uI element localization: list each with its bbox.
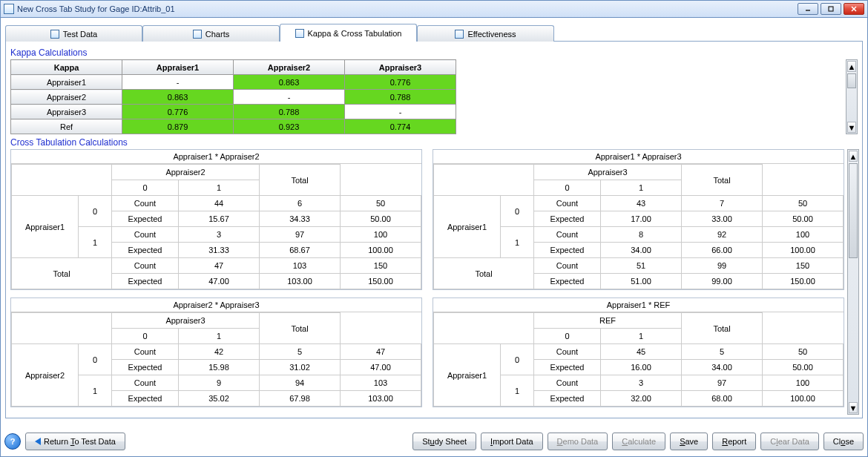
- return-button[interactable]: Return To Test Data: [25, 433, 125, 450]
- btn-label: Demo Data: [557, 437, 599, 446]
- btn-label: Clear Data: [770, 437, 809, 446]
- kappa-col-header: Kappa: [11, 60, 122, 75]
- svg-rect-1: [829, 7, 833, 11]
- report-button[interactable]: Report: [712, 433, 756, 450]
- xtab-total-header: Total: [260, 313, 341, 344]
- xtab-row-cat: 0: [501, 344, 534, 375]
- xtab-cell: 45: [601, 344, 682, 360]
- xtab-cell: 103: [341, 375, 421, 391]
- kappa-scrollbar[interactable]: ▲ ▼: [846, 59, 858, 134]
- kappa-cell: 0.863: [234, 75, 345, 90]
- xtab-cell: 100.00: [341, 243, 421, 258]
- xtab-col-appraiser: REF: [534, 313, 682, 329]
- xtab-cell: 47: [179, 258, 260, 274]
- xtab-expected-label: Expected: [112, 360, 179, 375]
- titlebar: New Cross Tab Study for Gage ID:Attrib_0…: [0, 0, 868, 18]
- crosstab-box: Appraiser1 * Appraiser2 Appraiser2 Total…: [10, 149, 422, 290]
- xtab-expected-label: Expected: [112, 391, 179, 407]
- xtab-cell: 44: [179, 196, 260, 211]
- xtab-cell: 97: [260, 227, 341, 243]
- crosstab-table: Appraiser2 Total 0 1 Appraiser10 Count 4…: [11, 164, 421, 289]
- xtab-col-appraiser: Appraiser3: [534, 165, 682, 180]
- maximize-button[interactable]: [821, 3, 841, 15]
- xtab-col-cat: 0: [534, 329, 601, 344]
- xtab-cell: 35.02: [179, 391, 260, 407]
- tab-label: Kappa & Cross Tabulation: [308, 29, 402, 38]
- xtab-cell: 3: [601, 375, 682, 391]
- xtab-row-cat: 1: [79, 227, 112, 258]
- clear-data-button[interactable]: Clear Data: [760, 433, 819, 450]
- tab-test-data[interactable]: Test Data: [5, 25, 142, 42]
- xtab-cell: 50.00: [341, 211, 421, 227]
- kappa-cell: -: [122, 75, 234, 90]
- demo-data-button[interactable]: Demo Data: [548, 433, 608, 450]
- crosstab-scrollbar[interactable]: ▲ ▼: [847, 149, 859, 415]
- xtab-cell: 42: [179, 344, 260, 360]
- xtab-cell: 51.00: [601, 274, 682, 289]
- xtab-cell: 67.98: [260, 391, 341, 407]
- scroll-up-icon[interactable]: ▲: [849, 151, 858, 162]
- app-icon: [4, 4, 14, 14]
- xtab-cell: 31.02: [260, 360, 341, 375]
- kappa-cell: 0.923: [234, 119, 345, 134]
- xtab-total-header: Total: [682, 313, 763, 344]
- tab-label: Charts: [206, 30, 229, 39]
- xtab-row-cat: 0: [501, 196, 534, 227]
- xtab-total-header: Total: [682, 165, 763, 196]
- window-title: New Cross Tab Study for Gage ID:Attrib_0…: [17, 4, 798, 13]
- help-button[interactable]: ?: [4, 433, 21, 450]
- xtab-row-appraiser: Appraiser2: [12, 344, 79, 407]
- crosstab-title: Appraiser1 * Appraiser3: [433, 150, 844, 164]
- kappa-cell: 0.788: [345, 90, 456, 105]
- grid-icon: [50, 30, 59, 39]
- xtab-count-label: Count: [534, 227, 601, 243]
- xtab-row-cat: 1: [501, 227, 534, 258]
- calculate-button[interactable]: Calculate: [612, 433, 665, 450]
- save-button[interactable]: Save: [670, 433, 708, 450]
- xtab-cell: 100: [763, 375, 844, 391]
- tab-kappa-crosstab[interactable]: Kappa & Cross Tabulation: [280, 24, 417, 42]
- kappa-row-label: Appraiser2: [11, 90, 122, 105]
- crosstab-table: REF Total 0 1 Appraiser10 Count 45 5 50 …: [433, 312, 844, 407]
- xtab-cell: 50: [341, 196, 421, 211]
- xtab-expected-label: Expected: [112, 211, 179, 227]
- xtab-cell: 66.00: [682, 243, 763, 258]
- xtab-col-appraiser: Appraiser2: [112, 165, 260, 180]
- xtab-col-cat: 0: [112, 329, 179, 344]
- scroll-up-icon[interactable]: ▲: [847, 61, 856, 72]
- minimize-button[interactable]: [798, 3, 818, 15]
- scroll-down-icon[interactable]: ▼: [847, 122, 856, 133]
- xtab-cell: 5: [260, 344, 341, 360]
- xtab-cell: 103.00: [341, 391, 421, 407]
- xtab-col-cat: 1: [601, 180, 682, 196]
- xtab-cell: 43: [601, 196, 682, 211]
- crosstab-section-title: Cross Tabulation Calculations: [10, 134, 858, 149]
- xtab-cell: 31.33: [179, 243, 260, 258]
- xtab-cell: 100: [341, 227, 421, 243]
- kappa-row: Appraiser2 0.863 - 0.788: [11, 90, 456, 105]
- tab-charts[interactable]: Charts: [142, 25, 280, 42]
- xtab-cell: 97: [682, 375, 763, 391]
- xtab-col-appraiser: Appraiser3: [112, 313, 260, 329]
- xtab-count-label: Count: [112, 227, 179, 243]
- xtab-expected-label: Expected: [112, 243, 179, 258]
- scroll-down-icon[interactable]: ▼: [849, 402, 858, 413]
- scroll-thumb[interactable]: [847, 73, 856, 88]
- kappa-cell: 0.788: [234, 105, 345, 119]
- crosstab-title: Appraiser1 * Appraiser2: [11, 150, 421, 164]
- arrow-left-icon: [35, 438, 41, 445]
- xtab-count-label: Count: [112, 344, 179, 360]
- study-sheet-button[interactable]: Study Sheet: [412, 433, 476, 450]
- close-button[interactable]: Close: [823, 433, 864, 450]
- scroll-thumb[interactable]: [849, 163, 858, 258]
- xtab-col-cat: 0: [534, 180, 601, 196]
- xtab-count-label: Count: [112, 258, 179, 274]
- import-data-button[interactable]: Import Data: [481, 433, 542, 450]
- xtab-count-label: Count: [112, 196, 179, 211]
- xtab-cell: 6: [260, 196, 341, 211]
- tab-effectiveness[interactable]: Effectiveness: [417, 25, 554, 42]
- xtab-cell: 68.67: [260, 243, 341, 258]
- close-window-button[interactable]: [844, 3, 864, 15]
- xtab-cell: 50.00: [763, 360, 844, 375]
- kappa-row-label: Appraiser3: [11, 105, 122, 119]
